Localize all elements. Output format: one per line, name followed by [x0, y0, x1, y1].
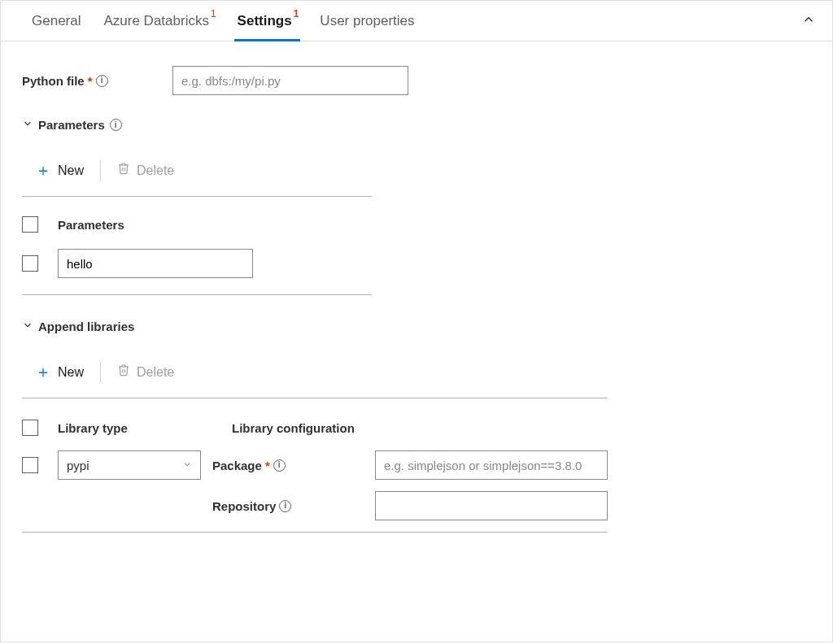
library-row: pypi Package * i Repository: [22, 450, 608, 520]
trash-icon: [117, 363, 130, 381]
libraries-header-row: Library type Library configuration: [22, 410, 608, 450]
parameters-toolbar: ＋ New Delete: [22, 151, 372, 197]
parameter-checkbox[interactable]: [22, 255, 38, 272]
library-config-grid: Package * i Repository i: [212, 450, 608, 520]
library-type-select[interactable]: pypi: [58, 450, 201, 480]
select-all-checkbox[interactable]: [22, 216, 38, 233]
libraries-list: Library type Library configuration pypi …: [22, 410, 608, 533]
parameter-row: [22, 241, 372, 286]
parameters-header-row: Parameters: [22, 208, 372, 241]
tab-azure-databricks[interactable]: Azure Databricks1: [92, 2, 225, 41]
plus-icon: ＋: [35, 159, 51, 181]
package-label: Package * i: [212, 459, 375, 472]
parameters-section: Parameters i ＋ New Delete: [22, 118, 811, 295]
info-icon[interactable]: i: [273, 459, 286, 472]
delete-parameter-button[interactable]: Delete: [107, 159, 184, 182]
badge-icon: 1: [211, 8, 216, 20]
parameters-list: Parameters: [22, 208, 372, 295]
separator: [100, 362, 101, 383]
chevron-down-icon: [182, 459, 192, 472]
library-type-value: pypi: [67, 459, 89, 472]
append-libraries-toggle[interactable]: Append libraries: [22, 320, 811, 333]
required-marker: *: [265, 459, 270, 472]
delete-library-button[interactable]: Delete: [107, 360, 184, 384]
separator: [100, 160, 101, 181]
new-parameter-button[interactable]: ＋ New: [25, 156, 94, 185]
collapse-panel-icon[interactable]: [792, 6, 826, 37]
tab-user-properties[interactable]: User properties: [308, 2, 425, 41]
python-file-field: Python file * i: [22, 66, 811, 95]
new-library-button[interactable]: ＋ New: [25, 358, 94, 386]
python-file-input[interactable]: [172, 66, 408, 95]
trash-icon: [117, 162, 130, 179]
tab-settings[interactable]: Settings1: [226, 2, 309, 41]
python-file-label: Python file * i: [22, 74, 172, 88]
parameters-column-header: Parameters: [58, 218, 124, 232]
chevron-down-icon: [22, 320, 33, 333]
info-icon[interactable]: i: [96, 75, 108, 87]
required-marker: *: [88, 74, 93, 88]
parameters-toggle[interactable]: Parameters i: [22, 118, 811, 132]
library-type-column-header: Library type: [58, 421, 220, 435]
libraries-toolbar: ＋ New Delete: [22, 353, 608, 398]
info-icon[interactable]: i: [279, 500, 291, 512]
package-input[interactable]: [375, 450, 608, 480]
repository-input[interactable]: [375, 491, 608, 520]
badge-icon: 1: [294, 8, 299, 20]
select-all-libraries-checkbox[interactable]: [22, 420, 38, 436]
repository-label: Repository i: [212, 499, 375, 513]
parameter-value-input[interactable]: [58, 249, 253, 278]
append-libraries-section: Append libraries ＋ New Delete: [22, 320, 811, 533]
library-config-column-header: Library configuration: [232, 421, 608, 435]
chevron-down-icon: [22, 118, 33, 132]
plus-icon: ＋: [35, 361, 51, 383]
library-checkbox[interactable]: [22, 457, 38, 473]
tabs-bar: General Azure Databricks1 Settings1 User…: [1, 1, 832, 41]
tab-general[interactable]: General: [20, 2, 92, 41]
info-icon[interactable]: i: [110, 119, 122, 131]
